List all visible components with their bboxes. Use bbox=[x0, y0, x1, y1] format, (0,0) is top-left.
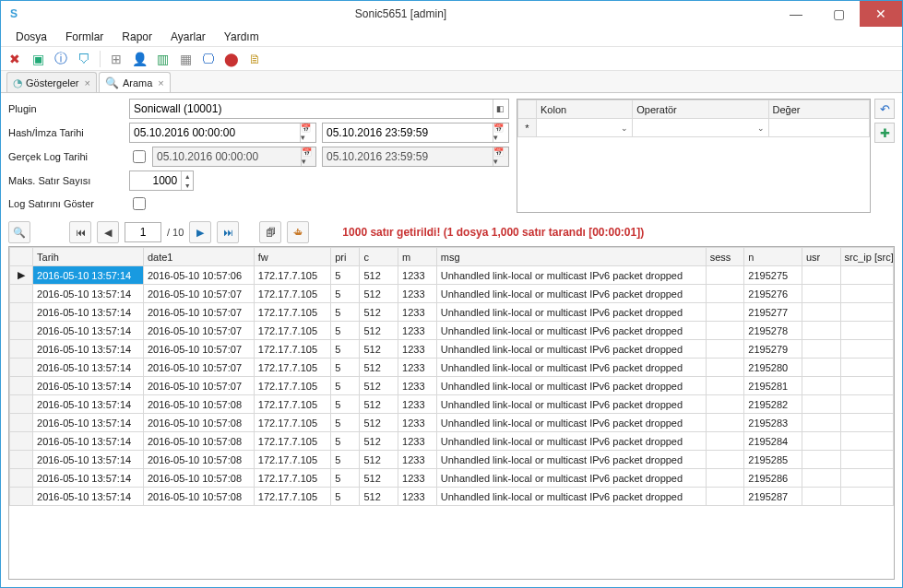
col-msg[interactable]: msg bbox=[436, 248, 706, 266]
cell[interactable]: 1233 bbox=[398, 432, 437, 451]
menu-dosya[interactable]: Dosya bbox=[6, 27, 56, 46]
table-icon[interactable]: ▦ bbox=[175, 49, 196, 69]
cell[interactable]: 172.17.7.105 bbox=[254, 285, 330, 303]
cell[interactable]: 2016-05-10 13:57:14 bbox=[33, 451, 144, 469]
filter-icon[interactable]: ⛉ bbox=[74, 49, 94, 69]
cell[interactable] bbox=[706, 469, 744, 488]
cell[interactable] bbox=[840, 469, 893, 488]
cell[interactable]: 5 bbox=[331, 266, 360, 285]
col-operator[interactable]: Operatör bbox=[633, 100, 768, 119]
menu-formlar[interactable]: Formlar bbox=[56, 27, 113, 46]
next-page-button[interactable]: ▶ bbox=[189, 221, 211, 243]
cell[interactable]: 512 bbox=[360, 340, 398, 359]
cell[interactable] bbox=[840, 285, 893, 303]
cell[interactable]: 2016-05-10 10:57:07 bbox=[143, 340, 254, 359]
col-c[interactable]: c bbox=[360, 248, 398, 266]
date-input[interactable] bbox=[130, 123, 300, 142]
cell[interactable]: 2016-05-10 13:57:14 bbox=[33, 414, 144, 432]
cell[interactable]: 2195282 bbox=[744, 395, 802, 414]
cell[interactable]: 2016-05-10 10:57:08 bbox=[143, 488, 254, 506]
filter-op-cell[interactable]: ⌄ bbox=[633, 119, 768, 137]
cell[interactable]: 2195280 bbox=[744, 359, 802, 377]
cell[interactable] bbox=[802, 266, 840, 285]
page-input[interactable] bbox=[125, 222, 161, 242]
cell[interactable] bbox=[706, 340, 744, 359]
menu-yardim[interactable]: Yardım bbox=[215, 27, 268, 46]
table-row[interactable]: 2016-05-10 13:57:142016-05-10 10:57:0817… bbox=[10, 432, 894, 451]
col-deger[interactable]: Değer bbox=[768, 100, 869, 119]
cell[interactable]: 512 bbox=[360, 414, 398, 432]
col-kolon[interactable]: Kolon bbox=[537, 100, 633, 119]
table-row[interactable]: 2016-05-10 13:57:142016-05-10 10:57:0717… bbox=[10, 303, 894, 322]
chart-icon[interactable]: ▥ bbox=[152, 49, 172, 69]
cell[interactable]: 2016-05-10 10:57:08 bbox=[143, 414, 254, 432]
cell[interactable]: Unhandled link-local or multicast IPv6 p… bbox=[436, 488, 706, 506]
cell[interactable]: 2016-05-10 10:57:08 bbox=[143, 395, 254, 414]
monitor-icon[interactable]: 🖵 bbox=[198, 49, 219, 69]
cell[interactable]: 172.17.7.105 bbox=[254, 395, 330, 414]
cell[interactable]: Unhandled link-local or multicast IPv6 p… bbox=[436, 395, 706, 414]
table-row[interactable]: 2016-05-10 13:57:142016-05-10 10:57:0717… bbox=[10, 322, 894, 340]
show-line-checkbox[interactable] bbox=[133, 197, 146, 210]
max-rows-stepper[interactable]: ▲▼ bbox=[129, 171, 194, 191]
cell[interactable]: 2016-05-10 13:57:14 bbox=[33, 488, 144, 506]
table-row[interactable]: 2016-05-10 13:57:142016-05-10 10:57:0817… bbox=[10, 395, 894, 414]
cell[interactable] bbox=[840, 266, 893, 285]
cell[interactable]: 512 bbox=[360, 303, 398, 322]
cell[interactable]: Unhandled link-local or multicast IPv6 p… bbox=[436, 285, 706, 303]
table-row[interactable]: 2016-05-10 13:57:142016-05-10 10:57:0717… bbox=[10, 377, 894, 395]
cell[interactable]: 2016-05-10 10:57:08 bbox=[143, 451, 254, 469]
cell[interactable]: 172.17.7.105 bbox=[254, 469, 330, 488]
cell[interactable]: 1233 bbox=[398, 266, 437, 285]
cell[interactable] bbox=[802, 432, 840, 451]
cell[interactable]: Unhandled link-local or multicast IPv6 p… bbox=[436, 322, 706, 340]
copy-button[interactable]: 🗐 bbox=[259, 221, 281, 243]
cell[interactable]: 512 bbox=[360, 322, 398, 340]
tab-gostergeler[interactable]: ◔ Göstergeler × bbox=[6, 72, 97, 92]
cell[interactable]: 172.17.7.105 bbox=[254, 266, 330, 285]
table-row[interactable]: 2016-05-10 13:57:142016-05-10 10:57:0717… bbox=[10, 340, 894, 359]
cell[interactable] bbox=[802, 469, 840, 488]
cell[interactable]: 1233 bbox=[398, 488, 437, 506]
search-button[interactable]: 🔍 bbox=[8, 221, 30, 243]
cell[interactable] bbox=[802, 285, 840, 303]
table-row[interactable]: 2016-05-10 13:57:142016-05-10 10:57:0817… bbox=[10, 414, 894, 432]
close-button[interactable]: ✕ bbox=[860, 1, 902, 27]
cell[interactable] bbox=[840, 451, 893, 469]
cell[interactable]: 172.17.7.105 bbox=[254, 432, 330, 451]
col-n[interactable]: n bbox=[744, 248, 802, 266]
cell[interactable]: 172.17.7.105 bbox=[254, 359, 330, 377]
cell[interactable]: 2195281 bbox=[744, 377, 802, 395]
cell[interactable] bbox=[840, 340, 893, 359]
cell[interactable] bbox=[706, 266, 744, 285]
col-fw[interactable]: fw bbox=[254, 248, 330, 266]
cell[interactable]: 2016-05-10 13:57:14 bbox=[33, 340, 144, 359]
cell[interactable]: 2016-05-10 13:57:14 bbox=[33, 469, 144, 488]
cell[interactable]: 1233 bbox=[398, 469, 437, 488]
cell[interactable]: 2195287 bbox=[744, 488, 802, 506]
cell[interactable] bbox=[706, 451, 744, 469]
col-m[interactable]: m bbox=[398, 248, 437, 266]
hash-from-input[interactable]: 📅▾ bbox=[129, 123, 316, 143]
cell[interactable]: 512 bbox=[360, 395, 398, 414]
cell[interactable]: 2195283 bbox=[744, 414, 802, 432]
maximize-button[interactable]: ▢ bbox=[817, 1, 860, 27]
cell[interactable]: 512 bbox=[360, 359, 398, 377]
cell[interactable]: 2016-05-10 13:57:14 bbox=[33, 432, 144, 451]
cell[interactable]: 5 bbox=[331, 414, 360, 432]
image-icon[interactable]: ▣ bbox=[28, 49, 48, 69]
cell[interactable]: 512 bbox=[360, 469, 398, 488]
cell[interactable]: 2016-05-10 13:57:14 bbox=[33, 359, 144, 377]
cell[interactable] bbox=[706, 432, 744, 451]
cell[interactable] bbox=[706, 488, 744, 506]
cell[interactable] bbox=[706, 359, 744, 377]
cell[interactable] bbox=[802, 395, 840, 414]
cell[interactable] bbox=[840, 359, 893, 377]
undo-button[interactable]: ↶ bbox=[874, 99, 895, 119]
cell[interactable]: 172.17.7.105 bbox=[254, 414, 330, 432]
close-icon[interactable]: × bbox=[84, 77, 89, 88]
prev-page-button[interactable]: ◀ bbox=[97, 221, 119, 243]
cell[interactable]: 2016-05-10 10:57:07 bbox=[143, 377, 254, 395]
cell[interactable] bbox=[840, 322, 893, 340]
table-row[interactable]: ▶2016-05-10 13:57:142016-05-10 10:57:061… bbox=[10, 266, 894, 285]
